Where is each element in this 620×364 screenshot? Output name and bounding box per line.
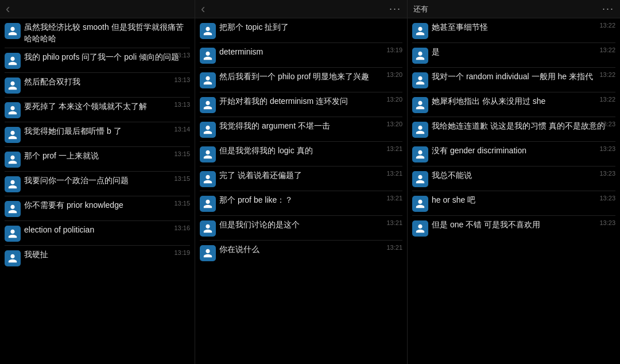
- message-text: 把那个 topic 扯到了: [219, 22, 402, 33]
- avatar: [200, 220, 216, 237]
- message-content: 她甚至事细节怪: [432, 22, 615, 33]
- message-row: 13:20 然后我看到一个 philo prof 明显地来了兴趣: [200, 71, 402, 88]
- avatar: [200, 122, 216, 138]
- back-icon-left[interactable]: ‹: [6, 2, 10, 17]
- message-row: 13:13 要死掉了 本来这个领域就不太了解: [5, 101, 190, 118]
- message-content: 但是我觉得我的 logic 真的: [219, 145, 402, 157]
- avatar: [200, 48, 216, 64]
- message-text: 那个 prof 一上来就说: [24, 150, 190, 162]
- message-time: 13:21: [386, 145, 402, 152]
- message-content: 我硬扯: [24, 249, 190, 261]
- avatar: [412, 72, 428, 88]
- message-divider: [412, 117, 615, 117]
- message-row: 13:22 她甚至事细节怪: [412, 22, 615, 39]
- message-text: 我要问你一个政治一点的问题: [24, 175, 190, 187]
- more-icon-mid[interactable]: ···: [389, 3, 401, 15]
- back-icon-mid[interactable]: ‹: [201, 2, 205, 17]
- avatar: [200, 146, 216, 162]
- avatar: [412, 97, 428, 113]
- more-icon-right[interactable]: ···: [602, 3, 614, 15]
- message-time: 13:21: [386, 219, 402, 226]
- message-row: 13:23 我给她连连道歉 说这是我的习惯 真的不是故意的: [412, 121, 615, 138]
- message-row: 13:21 但是我们讨论的是这个: [200, 219, 402, 237]
- message-time: 13:23: [599, 195, 615, 202]
- message-content: 我要问你一个政治一点的问题: [24, 175, 190, 187]
- message-text: 你在说什么: [219, 244, 402, 255]
- message-row: 13:15 我要问你一个政治一点的问题: [5, 175, 190, 192]
- message-divider: [200, 117, 402, 117]
- message-divider: [200, 42, 402, 43]
- message-divider: [5, 48, 190, 48]
- message-content: 但是我们讨论的是这个: [219, 219, 402, 231]
- message-divider: [412, 67, 615, 68]
- message-text: 我总不能说: [432, 170, 615, 181]
- avatar: [412, 220, 428, 237]
- message-divider: [5, 122, 190, 122]
- right-column: 还有 ··· 13:22 她甚至事细节怪13:22 是13:22 我对一个 ra…: [408, 0, 620, 364]
- message-time: 13:15: [174, 200, 190, 207]
- message-time: 13:22: [599, 96, 615, 103]
- message-content: 我的 philo profs 问了我一个 poli 倾向的问题: [24, 52, 190, 63]
- message-text: 我对一个 random individual 一般用 he 来指代: [432, 71, 615, 83]
- message-divider: [200, 166, 402, 166]
- message-divider: [200, 141, 402, 142]
- message-content: 我给她连连道歉 说这是我的习惯 真的不是故意的: [432, 121, 615, 132]
- message-time: 13:21: [386, 170, 402, 177]
- avatar: [5, 102, 21, 118]
- message-content: 开始对着我的 determinism 连环发问: [219, 96, 402, 107]
- message-content: 你不需要有 prior knowledge: [24, 200, 190, 211]
- message-divider: [5, 97, 190, 98]
- message-content: 那个 prof be like：？: [219, 195, 402, 206]
- message-text: 我给她连连道歉 说这是我的习惯 真的不是故意的: [432, 121, 615, 132]
- message-row: 13:20 我觉得我的 argument 不堪一击: [200, 121, 402, 138]
- message-time: 13:15: [174, 150, 190, 157]
- message-row: 13:22 我对一个 random individual 一般用 he 来指代: [412, 71, 615, 88]
- message-divider: [5, 171, 190, 172]
- message-text: 我觉得她们最后都听懵 b 了: [24, 126, 190, 137]
- avatar: [5, 78, 21, 94]
- message-divider: [412, 215, 615, 216]
- message-text: 要死掉了 本来这个领域就不太了解: [24, 101, 190, 113]
- message-time: 13:14: [174, 126, 190, 133]
- message-divider: [412, 166, 615, 166]
- message-time: 13:20: [386, 121, 402, 127]
- message-text: 她犀利地指出 你从来没用过 she: [432, 96, 615, 107]
- avatar: [200, 245, 216, 261]
- message-text: 但是我们讨论的是这个: [219, 219, 402, 231]
- message-content: 但是 one 不错 可是我不喜欢用: [432, 219, 615, 231]
- message-content: 然后我看到一个 philo prof 明显地来了兴趣: [219, 71, 402, 83]
- message-row: 13:23 没有 gender discrimination: [412, 145, 615, 162]
- right-messages: 13:22 她甚至事细节怪13:22 是13:22 我对一个 random in…: [408, 18, 620, 364]
- message-time: 13:16: [174, 224, 190, 231]
- message-content: 我总不能说: [432, 170, 615, 181]
- message-row: 虽然我经济比较 smooth 但是我哲学就很痛苦哈哈哈哈: [5, 22, 190, 44]
- avatar: [5, 226, 21, 242]
- message-time: 13:19: [386, 47, 402, 53]
- message-content: 是: [432, 47, 615, 58]
- avatar: [412, 171, 428, 187]
- message-content: 你在说什么: [219, 244, 402, 255]
- message-text: 完了 说着说着还偏题了: [219, 170, 402, 181]
- message-row: 13:15 那个 prof 一上来就说: [5, 150, 190, 168]
- message-text: 但是我觉得我的 logic 真的: [219, 145, 402, 157]
- avatar: [200, 196, 216, 212]
- message-content: 完了 说着说着还偏题了: [219, 170, 402, 181]
- message-row: 13:13 然后配合双打我: [5, 76, 190, 94]
- message-divider: [5, 146, 190, 147]
- message-time: 13:23: [599, 121, 615, 127]
- message-time: 13:23: [599, 219, 615, 226]
- message-divider: [200, 191, 402, 191]
- message-time: 13:22: [599, 47, 615, 53]
- message-content: 没有 gender discrimination: [432, 145, 615, 157]
- message-row: 13:21 那个 prof be like：？: [200, 195, 402, 212]
- avatar: [5, 127, 21, 143]
- message-text: determinism: [219, 47, 402, 58]
- avatar: [412, 48, 428, 64]
- avatar: [5, 23, 21, 39]
- right-header: 还有 ···: [408, 0, 620, 18]
- avatar: [5, 53, 21, 69]
- message-row: 13:19 determinism: [200, 47, 402, 64]
- avatar: [200, 171, 216, 187]
- avatar: [412, 146, 428, 162]
- message-divider: [5, 220, 190, 221]
